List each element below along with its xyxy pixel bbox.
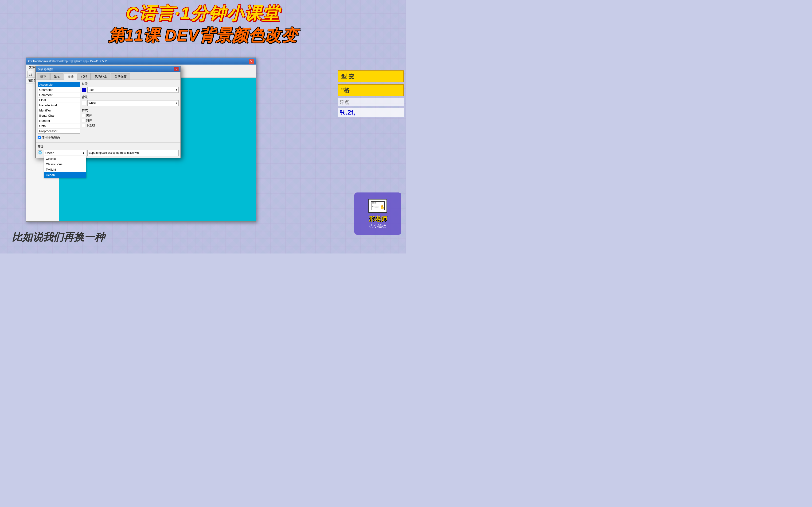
dialog-tabs: 基本 显示 语法 代码 代码补全 自动保存 [36, 72, 181, 80]
syntax-item-preprocessor[interactable]: Preprocessor [38, 129, 80, 133]
bold-label: 黑体 [86, 113, 92, 118]
preset-icon: 🌐 [38, 151, 42, 155]
foreground-section: 前景 Blue ▾ [82, 82, 179, 93]
syntax-item-assembler[interactable]: Assembler [38, 82, 80, 87]
note-text-3: 浮点 [340, 100, 349, 105]
title-line2: 第11课 DEV背景颜色改变 [0, 25, 406, 46]
note-text-2: "格 [341, 87, 349, 94]
preset-file-text: c;cpp;h;hpp;cc;cxx;cp;hp;rh;fx;inl;tcc;w… [89, 151, 140, 155]
svg-rect-3 [374, 202, 376, 204]
foreground-row: Blue ▾ [82, 87, 179, 93]
style-label: 样式 [82, 108, 179, 112]
tab-basic[interactable]: 基本 [37, 73, 50, 79]
branding-icon: ≡ ░░░ ✋ [368, 199, 387, 213]
syntax-item-float[interactable]: Float [38, 98, 80, 103]
branding-subtitle: の小黑板 [369, 223, 386, 229]
checkbox-italic: 斜体 [82, 118, 179, 122]
dialog-right: 前景 Blue ▾ 背景 White ▾ [82, 82, 179, 133]
syntax-check-section: 使用语法加亮 [36, 135, 181, 143]
right-notes: 型 变 "格 浮点 %.2f, [338, 70, 404, 117]
dialog-body: Assembler Character Comment Float Hexade… [36, 80, 181, 135]
preset-option-ocean[interactable]: Ocean [44, 172, 86, 178]
svg-text:░░░: ░░░ [374, 206, 378, 208]
style-section: 样式 黑体 斜体 下划线 [82, 108, 179, 127]
underline-label: 下划线 [86, 123, 95, 127]
preset-option-classic[interactable]: Classic [44, 156, 86, 162]
preset-dropdown[interactable]: Ocean ▾ [44, 150, 86, 156]
window-close-button[interactable]: ✕ [249, 59, 254, 64]
note-text-1: 型 变 [341, 73, 354, 79]
toolbar-btn-1[interactable]: ⬚ [27, 71, 33, 77]
preset-option-classic-plus[interactable]: Classic Plus [44, 162, 86, 167]
preset-section: 预设 🌐 Ocean ▾ Classic Classic Plus Twilig… [36, 143, 181, 158]
tab-display[interactable]: 显示 [50, 73, 63, 79]
background-label: 背景 [82, 95, 179, 99]
preset-row: 🌐 Ocean ▾ Classic Classic Plus Twilight … [38, 150, 179, 156]
title-line1: C语言·1分钟小课堂 [0, 2, 406, 25]
preset-option-twilight[interactable]: Twilight [44, 167, 86, 172]
tab-autosave[interactable]: 自动保存 [111, 73, 130, 79]
svg-text:✋: ✋ [380, 205, 385, 210]
bottom-text: 比如说我们再换一种 [12, 230, 105, 244]
branding: ≡ ░░░ ✋ 邢老师 の小黑板 [354, 192, 401, 235]
foreground-swatch [82, 88, 86, 92]
background-section: 背景 White ▾ [82, 95, 179, 106]
syntax-item-number[interactable]: Number [38, 118, 80, 123]
syntax-list[interactable]: Assembler Character Comment Float Hexade… [38, 82, 80, 133]
svg-text:≡: ≡ [372, 205, 373, 208]
preset-dropdown-wrapper: Ocean ▾ Classic Classic Plus Twilight Oc… [44, 150, 86, 156]
tab-syntax[interactable]: 语法 [64, 73, 77, 80]
syntax-item-identifier[interactable]: Identifier [38, 108, 80, 113]
tab-code-complete[interactable]: 代码补全 [91, 73, 110, 79]
note-format: "格 [338, 84, 404, 96]
note-text-4: %.2f, [340, 109, 355, 116]
syntax-checkbox-row: 使用语法加亮 [38, 135, 179, 139]
dialog-close-button[interactable]: ✕ [174, 67, 179, 71]
syntax-item-octal[interactable]: Octal [38, 123, 80, 129]
note-percent: %.2f, [338, 108, 404, 117]
foreground-label: 前景 [82, 82, 179, 86]
preset-file-input[interactable]: c;cpp;h;hpp;cc;cxx;cp;hp;rh;fx;inl;tcc;w… [87, 150, 179, 156]
background-dropdown-arrow: ▾ [176, 101, 177, 105]
foreground-dropdown-arrow: ▾ [176, 88, 177, 92]
dialog-titlebar: 编辑器属性 ✕ [36, 66, 181, 72]
branding-teacher: 邢老师 [369, 215, 387, 223]
preset-dropdown-arrow: ▾ [83, 151, 84, 155]
preset-selected-label: Ocean [45, 151, 54, 155]
foreground-dropdown[interactable]: Blue ▾ [87, 87, 179, 93]
note-float: 浮点 [338, 98, 404, 106]
syntax-highlight-label: 使用语法加亮 [42, 135, 60, 139]
syntax-item-character[interactable]: Character [38, 87, 80, 93]
background-swatch [82, 101, 86, 105]
italic-label: 斜体 [86, 118, 92, 122]
window-titlebar: C:\Users\Administrator\Desktop\C语言\sum.c… [26, 58, 256, 64]
underline-checkbox[interactable] [82, 124, 85, 127]
syntax-highlight-checkbox[interactable] [38, 136, 41, 139]
syntax-item-illegal-char[interactable]: Illegal Char [38, 113, 80, 118]
preset-dropdown-open: Classic Classic Plus Twilight Ocean [44, 156, 86, 178]
title-area: C语言·1分钟小课堂 第11课 DEV背景颜色改变 [0, 2, 406, 46]
background-color-label: White [89, 101, 96, 105]
checkbox-bold: 黑体 [82, 113, 179, 118]
tab-code[interactable]: 代码 [78, 73, 91, 79]
dialog-window: 编辑器属性 ✕ 基本 显示 语法 代码 代码补全 自动保存 Assembler … [35, 66, 181, 158]
note-type-change: 型 变 [338, 70, 404, 82]
window-title: C:\Users\Administrator\Desktop\C语言\sum.c… [28, 59, 249, 63]
syntax-item-hexadecimal[interactable]: Hexadecimal [38, 103, 80, 108]
background-row: White ▾ [82, 100, 179, 106]
preset-label: 预设 [38, 145, 179, 149]
foreground-color-label: Blue [89, 88, 94, 92]
svg-rect-2 [372, 202, 374, 204]
syntax-item-comment[interactable]: Comment [38, 93, 80, 98]
dialog-title: 编辑器属性 [38, 67, 174, 71]
background-dropdown[interactable]: White ▾ [87, 100, 179, 106]
italic-checkbox[interactable] [82, 119, 85, 122]
bold-checkbox[interactable] [82, 114, 85, 117]
branding-svg: ≡ ░░░ ✋ [371, 201, 385, 211]
checkbox-underline: 下划线 [82, 123, 179, 127]
